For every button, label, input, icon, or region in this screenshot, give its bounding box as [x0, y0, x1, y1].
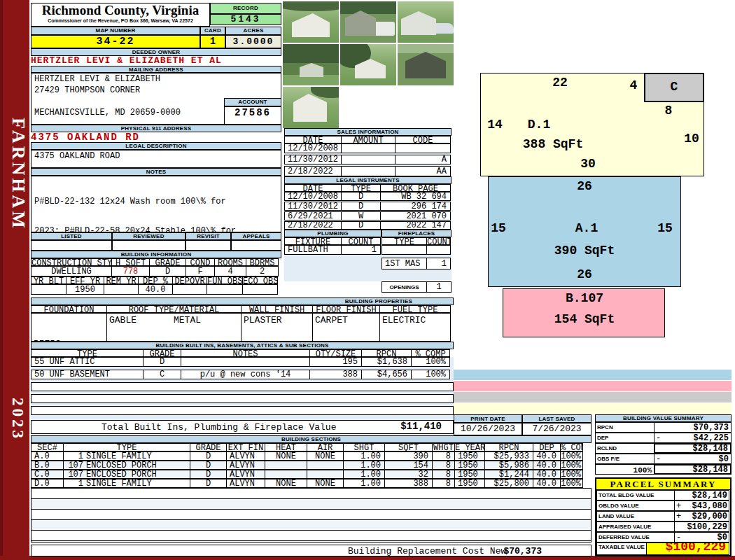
- sec-air: [307, 461, 344, 470]
- table-row: 2/18/2022 AA: [284, 166, 451, 176]
- account-number: 27586: [224, 106, 281, 125]
- vs-label: DEP: [595, 433, 654, 443]
- commissioner-line: Commissioner of the Revenue, PO Box 366,…: [31, 18, 209, 24]
- funobs-header: FUN OBS: [206, 276, 243, 284]
- sec-heat: [265, 461, 307, 470]
- bi-comp-header: % COMP: [411, 349, 450, 357]
- table-row: D.0 1SINGLE FAMILY D ALVYN NONE NONE 1.0…: [31, 479, 592, 488]
- last-saved-header: LAST SAVED: [522, 414, 592, 423]
- sale-date: 2/18/2022: [284, 166, 342, 176]
- sec-air: NONE: [307, 479, 344, 488]
- replacement-cost-value: $70,373: [503, 547, 542, 556]
- bi-type: 50 UNF BASEMENT: [31, 370, 144, 379]
- bi-type: 55 UNF ATTIC: [31, 357, 144, 367]
- grade-value: D: [149, 266, 186, 276]
- instr-type-header: TYPE: [341, 184, 381, 192]
- sec-extfin: ALVYN: [226, 479, 265, 488]
- ps-label: DEFERRED VALUE: [596, 532, 675, 542]
- ps-value-cell: + $29,000: [674, 511, 729, 522]
- sec-sqft: 154: [384, 461, 433, 470]
- county-title-box: Richmond County, Virginia Commissioner o…: [31, 3, 210, 27]
- acres-value: 3.0000: [225, 35, 281, 48]
- building-info-headers-2: YR BLT EFF YR REM YR DEP % DEPOVR FUN OB…: [31, 276, 281, 284]
- air-header: AIR: [307, 443, 344, 451]
- sec-sqft: 32: [384, 470, 433, 479]
- sec-id: D.0: [31, 479, 64, 488]
- card-number: 1: [200, 35, 225, 48]
- sec-eyear: 1950: [454, 461, 485, 470]
- sketch-dim: 26: [577, 267, 592, 281]
- instr-book: 296 174: [380, 202, 451, 211]
- acres-header: ACRES: [225, 27, 281, 35]
- table-row: DEFERRED VALUE - $0: [596, 532, 730, 542]
- table-row: OBS F/E - $0: [595, 454, 732, 464]
- instr-date: 12/10/2008: [284, 192, 342, 201]
- taxable-value-row: TAXABLE VALUE $100,229: [596, 542, 730, 555]
- revisit-value: [186, 240, 231, 251]
- sketch-dim: 15: [491, 221, 506, 235]
- ecoobs-header: ECO OBS: [242, 276, 278, 284]
- building-info-values-2: 1950 40.0: [31, 284, 281, 295]
- property-photo[interactable]: [340, 44, 396, 85]
- reviewed-value: RN 7/1/2014: [112, 240, 186, 251]
- vs-sign: -: [656, 455, 661, 464]
- sec-heat: NONE: [265, 479, 307, 488]
- deeded-owner-name: HERTZLER LEVI & ELIZABETH ET AL: [31, 56, 281, 66]
- empty-row: [31, 394, 454, 403]
- bi-notes: p/u @ new cons '14: [181, 370, 310, 379]
- instruments-headers: DATE TYPE BOOK PAGE: [284, 184, 451, 192]
- bi-qty-header: QTY/SIZE: [309, 349, 362, 357]
- eyear-header: E YEAR: [454, 443, 485, 451]
- sale-amount: [341, 166, 396, 176]
- table-row: C.0 107ENCLOSED PORCH D ALVYN 1.00 32 8 …: [31, 470, 592, 479]
- vs-value-cell: $70,373: [654, 422, 732, 433]
- ps-label: TOTAL BLDG VALUE: [596, 490, 675, 500]
- property-photo[interactable]: [283, 87, 339, 128]
- fire-type-header: TYPE: [382, 237, 427, 245]
- notes-line-1: P#BLD-22-132 12x24 Wash room 100\% for: [34, 196, 278, 207]
- listed-value: JC 8/1/2019: [31, 240, 112, 251]
- sketch-legend-row: B.0107R2SD7R22U7L22.: [454, 381, 732, 391]
- ps-label: APPRAISED VALUE: [596, 522, 675, 532]
- depovr-header: DEPOVR: [172, 276, 207, 284]
- property-photo[interactable]: [283, 44, 339, 85]
- legal-instruments-header: LEGAL INSTRUMENTS: [284, 176, 451, 184]
- depovr-value: [172, 284, 207, 295]
- fuel-type-value: ELECTRIC: [379, 313, 451, 342]
- sec-shgt: 1.00: [343, 461, 385, 470]
- ps-sign: +: [676, 502, 681, 511]
- sections-col-headers: SEC# TYPE GRADE EXT FIN HEAT AIR SHGT SQ…: [31, 443, 592, 451]
- building-value-summary-header: BUILDING VALUE SUMMARY: [595, 414, 732, 422]
- card-header: CARD: [200, 27, 225, 35]
- sec-dep: 40.0: [533, 470, 561, 479]
- notes-line-2: 2023; P#BLD-22-58 20x24 Stable 100\% for: [34, 225, 278, 232]
- fireplaces-header: FIREPLACES: [382, 230, 451, 237]
- type-name: ENCLOSED PORCH: [86, 461, 157, 470]
- table-row: 11/30/2012 D 296 174: [284, 202, 451, 211]
- table-row: [382, 245, 451, 255]
- wall-finish-value: PLASTER: [241, 313, 313, 342]
- sketch-dim: 10: [684, 132, 699, 146]
- sec-dep: 40.0: [533, 451, 561, 461]
- plumb-count-header: COUNT: [341, 237, 381, 245]
- instr-date-header: DATE: [284, 184, 342, 192]
- sec-rpcn: $1,244: [484, 470, 533, 479]
- appeals-value: [231, 240, 281, 251]
- construction-style-header: CONSTRUCTION STYLE: [31, 258, 112, 266]
- property-photo[interactable]: [283, 1, 339, 43]
- table-row: 55 UNF ATTIC D 195 $1,638 100%: [31, 357, 454, 367]
- ps-label: OBLDG VALUE: [596, 500, 675, 511]
- property-photo[interactable]: [340, 1, 396, 43]
- foundation-value: PIERS CINDER BLOCK: [31, 313, 107, 342]
- property-photo[interactable]: [398, 1, 454, 43]
- vs-sign: -: [656, 434, 661, 443]
- notes-header: NOTES: [31, 168, 281, 176]
- ecoobs-value: [242, 284, 278, 295]
- foundation-header: FOUNDATION: [31, 305, 107, 313]
- property-photo[interactable]: [398, 44, 454, 85]
- deppct-header: DEP %: [138, 276, 173, 284]
- tax-year: 2023: [8, 398, 27, 441]
- building-properties-header: BUILDING PROPERTIES: [31, 298, 454, 305]
- bi-qty: 388: [309, 370, 362, 379]
- bi-grade: D: [143, 357, 181, 367]
